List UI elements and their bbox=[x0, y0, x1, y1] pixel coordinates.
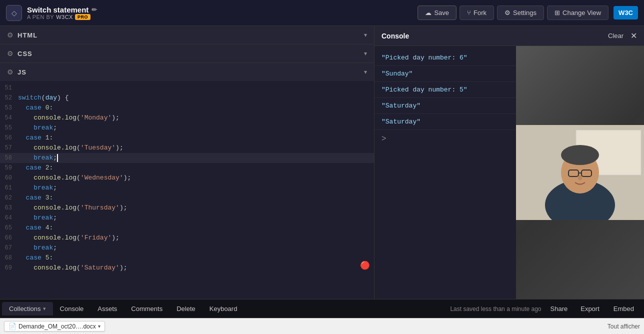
video-placeholder bbox=[516, 46, 644, 299]
taskbar-doc-label: Demande_OM_oct20….docx bbox=[18, 323, 96, 330]
list-item: "Saturday" bbox=[374, 114, 516, 130]
bottom-bar: Collections ▾ Console Assets Comments De… bbox=[0, 299, 644, 318]
view-icon: ⊞ bbox=[554, 9, 560, 16]
console-tab[interactable]: Console bbox=[53, 302, 91, 316]
top-navigation: ◇ Switch statement ✏ A PEN BY W3Cx PRO ☁… bbox=[0, 0, 644, 26]
warning-icon: 🔴 bbox=[360, 261, 370, 271]
pen-info: Switch statement ✏ A PEN BY W3Cx PRO bbox=[27, 6, 418, 20]
js-section: ⚙ JS ▾ 51 52 switch(day) { bbox=[0, 63, 374, 299]
pen-subtitle: A PEN BY W3Cx PRO bbox=[27, 14, 418, 20]
svg-point-6 bbox=[561, 145, 599, 165]
code-editor[interactable]: 51 52 switch(day) { 53 case 0: 54 consol… bbox=[0, 81, 374, 299]
css-header-left: ⚙ CSS bbox=[7, 50, 32, 58]
table-row: 55 break; bbox=[0, 123, 374, 133]
html-header-left: ⚙ HTML bbox=[7, 31, 38, 39]
taskbar-right: Tout afficher bbox=[608, 323, 640, 330]
collections-tab[interactable]: Collections ▾ bbox=[2, 302, 53, 316]
editor-panel: ⚙ HTML ▾ ⚙ CSS ▾ ⚙ JS bbox=[0, 26, 374, 299]
show-all-label[interactable]: Tout afficher bbox=[608, 323, 640, 330]
table-row: 64 break; bbox=[0, 213, 374, 223]
table-row: 53 case 0: bbox=[0, 103, 374, 113]
code-lines: 51 52 switch(day) { 53 case 0: 54 consol… bbox=[0, 81, 374, 299]
w3c-logo: W3C bbox=[614, 6, 638, 20]
nav-buttons: ☁ Save ⑂ Fork ⚙ Settings ⊞ Change View W… bbox=[418, 6, 638, 20]
js-header-left: ⚙ JS bbox=[7, 68, 26, 76]
embed-button[interactable]: Embed bbox=[608, 303, 639, 314]
share-button[interactable]: Share bbox=[546, 303, 572, 314]
list-item: "Picked day number: 5" bbox=[374, 82, 516, 98]
table-row: 69 console.log('Saturday'); 🔴 bbox=[0, 263, 374, 273]
console-header: Console Clear ✕ bbox=[374, 26, 644, 46]
table-row: 58 break; bbox=[0, 153, 374, 163]
list-item: "Saturday" bbox=[374, 98, 516, 114]
table-row: 68 case 5: bbox=[0, 253, 374, 263]
css-section: ⚙ CSS ▾ bbox=[0, 44, 374, 63]
export-button[interactable]: Export bbox=[576, 303, 604, 314]
bottom-status: Last saved less than a minute ago Share … bbox=[450, 303, 644, 314]
status-text: Last saved less than a minute ago bbox=[450, 306, 541, 312]
html-chevron-icon[interactable]: ▾ bbox=[364, 32, 367, 38]
console-title: Console bbox=[382, 32, 409, 40]
table-row: 62 case 3: bbox=[0, 193, 374, 203]
css-section-header[interactable]: ⚙ CSS ▾ bbox=[0, 44, 374, 62]
table-row: 56 case 1: bbox=[0, 133, 374, 143]
video-feed bbox=[516, 125, 644, 220]
collections-arrow-icon: ▾ bbox=[43, 306, 46, 312]
js-gear-icon[interactable]: ⚙ bbox=[7, 68, 14, 76]
css-label: CSS bbox=[18, 50, 32, 58]
delete-tab[interactable]: Delete bbox=[170, 302, 202, 316]
collections-label: Collections bbox=[9, 305, 41, 312]
keyboard-tab[interactable]: Keyboard bbox=[202, 302, 244, 316]
console-controls: Clear ✕ bbox=[605, 31, 637, 40]
list-item: "Sunday" bbox=[374, 66, 516, 82]
table-row: 65 case 4: bbox=[0, 223, 374, 233]
comments-tab[interactable]: Comments bbox=[124, 302, 170, 316]
table-row: 54 console.log('Monday'); bbox=[0, 113, 374, 123]
table-row: 59 case 2: bbox=[0, 163, 374, 173]
fork-icon: ⑂ bbox=[467, 9, 471, 16]
console-body: "Picked day number: 6" "Sunday" "Picked … bbox=[374, 46, 644, 299]
main-area: ⚙ HTML ▾ ⚙ CSS ▾ ⚙ JS bbox=[0, 26, 644, 299]
cloud-icon: ☁ bbox=[425, 9, 432, 16]
html-gear-icon[interactable]: ⚙ bbox=[7, 31, 14, 39]
assets-tab[interactable]: Assets bbox=[90, 302, 124, 316]
console-prompt[interactable]: > bbox=[374, 130, 516, 147]
table-row: 61 break; bbox=[0, 183, 374, 193]
save-button[interactable]: ☁ Save bbox=[418, 6, 456, 20]
taskbar-arrow-icon: ▾ bbox=[98, 324, 100, 329]
console-output: "Picked day number: 6" "Sunday" "Picked … bbox=[374, 46, 516, 299]
table-row: 52 switch(day) { bbox=[0, 93, 374, 103]
table-row: 60 console.log('Wednesday'); bbox=[0, 173, 374, 183]
html-section: ⚙ HTML ▾ bbox=[0, 26, 374, 44]
svg-point-10 bbox=[578, 176, 582, 180]
close-console-button[interactable]: ✕ bbox=[630, 31, 637, 40]
edit-icon[interactable]: ✏ bbox=[92, 6, 97, 14]
css-gear-icon[interactable]: ⚙ bbox=[7, 50, 14, 58]
settings-button[interactable]: ⚙ Settings bbox=[497, 6, 544, 20]
table-row: 51 bbox=[0, 83, 374, 93]
codepen-logo: ◇ bbox=[6, 5, 22, 21]
video-panel bbox=[516, 46, 644, 299]
table-row: 57 console.log('Tuesday'); bbox=[0, 143, 374, 153]
table-row: 66 console.log('Friday'); bbox=[0, 233, 374, 243]
html-section-header[interactable]: ⚙ HTML ▾ bbox=[0, 26, 374, 44]
settings-icon: ⚙ bbox=[504, 9, 510, 16]
js-chevron-icon[interactable]: ▾ bbox=[364, 68, 367, 76]
list-item: "Picked day number: 6" bbox=[374, 50, 516, 66]
pro-badge: PRO bbox=[75, 14, 90, 20]
css-chevron-icon[interactable]: ▾ bbox=[364, 50, 367, 57]
fork-button[interactable]: ⑂ Fork bbox=[460, 6, 494, 20]
taskbar: 📄 Demande_OM_oct20….docx ▾ Tout afficher bbox=[0, 318, 644, 334]
change-view-button[interactable]: ⊞ Change View bbox=[547, 6, 608, 20]
html-label: HTML bbox=[18, 32, 38, 39]
js-label: JS bbox=[18, 68, 26, 76]
table-row: 63 console.log('Thursday'); bbox=[0, 203, 374, 213]
table-row: 67 break; bbox=[0, 243, 374, 253]
js-section-header[interactable]: ⚙ JS ▾ bbox=[0, 63, 374, 81]
clear-button[interactable]: Clear bbox=[605, 31, 626, 40]
document-icon: 📄 bbox=[8, 322, 16, 330]
console-panel: Console Clear ✕ "Picked day number: 6" "… bbox=[374, 26, 644, 299]
prompt-icon: > bbox=[382, 134, 386, 142]
taskbar-doc-item[interactable]: 📄 Demande_OM_oct20….docx ▾ bbox=[4, 321, 105, 332]
pen-title: Switch statement ✏ bbox=[27, 6, 418, 14]
